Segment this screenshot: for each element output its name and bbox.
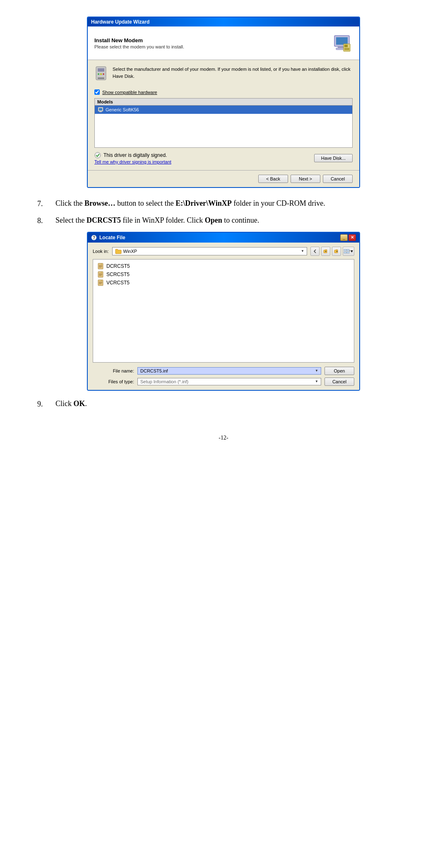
lookin-label: Look in:	[93, 249, 109, 254]
filename-label: File name:	[93, 368, 134, 373]
svg-rect-6	[344, 48, 349, 49]
lookin-combo[interactable]: WinXP ▼	[112, 247, 307, 255]
locate-fields: File name: DCRCST5.inf ▼ Open Files of t…	[93, 367, 354, 386]
question-icon: ?	[91, 235, 97, 240]
step8-number: 8.	[37, 215, 52, 227]
step7-bold2: E:\Driver\WinXP	[175, 199, 232, 207]
hwwiz-driver-info-row: This driver is digitally signed.	[94, 152, 167, 159]
step7-bold: Browse…	[84, 199, 115, 207]
svg-rect-34	[99, 282, 102, 282]
step7-text-post: folder in your CD-ROM drive.	[232, 199, 325, 207]
step8-text: Select the DCRCST5 file in WinXP folder.…	[55, 215, 259, 227]
hwwiz-info-row: Select the manufacturer and model of you…	[94, 66, 353, 84]
file-icon-vcrcst5	[97, 279, 104, 286]
new-folder-icon: +	[334, 249, 339, 254]
new-folder-button[interactable]: +	[332, 247, 341, 256]
view-dropdown-icon: ▼	[350, 249, 354, 253]
show-compatible-hardware-row[interactable]: Show compatible hardware	[94, 89, 353, 95]
svg-rect-36	[99, 284, 101, 284]
driver-signing-link[interactable]: Tell me why driver signing is important	[94, 159, 171, 164]
step8-bold2: Open	[205, 216, 222, 224]
step8-text-mid: file in WinXP folder. Click	[121, 216, 205, 224]
file-icon-dcrcst5	[97, 263, 104, 269]
filename-input-combo[interactable]: DCRCST5.inf ▼	[137, 367, 321, 375]
locate-cancel-button[interactable]: Cancel	[324, 377, 354, 386]
svg-text:?: ?	[93, 236, 95, 240]
hwwiz-header-title: Install New Modem	[94, 37, 184, 43]
step7-number: 7.	[37, 198, 52, 210]
svg-rect-28	[99, 267, 101, 267]
svg-rect-26	[99, 265, 102, 266]
folder-icon	[115, 248, 122, 254]
step9-number: 9.	[37, 398, 52, 410]
view-options-button[interactable]: ▼	[343, 247, 354, 256]
models-list-item-label: Generic SoftK56	[106, 107, 139, 112]
svg-rect-16	[99, 111, 102, 112]
next-button[interactable]: Next >	[291, 175, 320, 183]
step8-bold: DCRCST5	[87, 216, 121, 224]
hwwiz-content: Select the manufacturer and model of you…	[88, 60, 359, 170]
filename-combo-arrow: ▼	[315, 369, 318, 373]
driver-signed-text: This driver is digitally signed.	[103, 152, 167, 158]
back-icon-button[interactable]	[310, 247, 320, 256]
locate-files-area[interactable]: DCRCST5 SCRCST5	[93, 259, 354, 363]
file-item-scrcst5-label: SCRCST5	[106, 272, 130, 277]
locate-title: Locate File	[99, 235, 125, 240]
hwwiz-header-text: Install New Modem Please select the mode…	[94, 37, 184, 49]
filetype-combo-arrow: ▼	[315, 380, 318, 383]
file-item-vcrcst5[interactable]: VCRCST5	[96, 279, 351, 287]
have-disk-button[interactable]: Have Disk...	[314, 154, 353, 162]
models-list-header: Models	[95, 99, 352, 106]
svg-rect-13	[98, 77, 104, 79]
file-item-scrcst5[interactable]: SCRCST5	[96, 270, 351, 279]
hwwiz-footer-row: This driver is digitally signed. Tell me…	[94, 152, 353, 164]
show-compatible-hardware-checkbox[interactable]	[94, 89, 100, 95]
close-button[interactable]: ✕	[348, 234, 356, 241]
step9-text: Click OK.	[55, 398, 87, 410]
svg-rect-5	[344, 45, 348, 47]
step7-row: 7. Click the Browse… button to select th…	[37, 198, 410, 210]
svg-rect-21	[344, 249, 346, 251]
back-arrow-icon	[312, 249, 317, 254]
svg-rect-31	[99, 274, 102, 275]
page-number: -12-	[25, 435, 422, 441]
svg-point-17	[95, 152, 101, 158]
driver-signed-icon	[94, 152, 101, 159]
filetype-combo[interactable]: Setup Information (*.inf) ▼	[137, 378, 321, 385]
models-list[interactable]: Models Generic SoftK56	[94, 98, 353, 148]
svg-rect-27	[99, 266, 102, 267]
file-item-vcrcst5-label: VCRCST5	[106, 280, 130, 286]
file-item-dcrcst5[interactable]: DCRCST5	[96, 262, 351, 270]
svg-rect-22	[347, 249, 349, 251]
step9-text-pre: Click	[55, 399, 74, 408]
back-button[interactable]: < Back	[258, 175, 288, 183]
hwwiz-driver-info: This driver is digitally signed. Tell me…	[94, 152, 171, 164]
step9-instructions: 9. Click OK.	[37, 398, 410, 410]
hwwiz-header-icon	[331, 32, 353, 54]
svg-rect-32	[99, 275, 101, 276]
hwwiz-header-subtitle: Please select the modem you want to inst…	[94, 44, 184, 49]
hwwiz-buttons-row: < Back Next > Cancel	[88, 170, 359, 187]
locate-titlebar-left: ? Locate File	[91, 235, 125, 240]
lookin-dropdown-arrow: ▼	[301, 249, 304, 253]
models-list-item[interactable]: Generic SoftK56	[95, 106, 352, 114]
minimize-button[interactable]: _	[340, 234, 348, 241]
lookin-value: WinXP	[123, 249, 137, 254]
cancel-button[interactable]: Cancel	[323, 175, 353, 183]
file-icon-scrcst5	[97, 271, 104, 278]
svg-rect-24	[347, 252, 349, 253]
step9-text-post: .	[85, 399, 87, 408]
up-folder-button[interactable]	[321, 247, 330, 256]
open-button[interactable]: Open	[324, 367, 354, 375]
locate-toolbar: Look in: WinXP ▼	[93, 247, 354, 256]
hwwiz-info-text: Select the manufacturer and model of you…	[113, 66, 353, 79]
view-options-icon	[344, 249, 350, 254]
step7-text: Click the Browse… button to select the E…	[55, 198, 325, 210]
hwwiz-title: Hardware Update Wizard	[91, 19, 149, 25]
step7-text-pre: Click the	[55, 199, 84, 207]
svg-point-12	[103, 73, 104, 75]
svg-rect-35	[99, 283, 102, 283]
locate-body: Look in: WinXP ▼	[88, 243, 359, 390]
file-item-dcrcst5-label: DCRCST5	[106, 263, 130, 269]
hardware-update-wizard-dialog: Hardware Update Wizard Install New Modem…	[87, 17, 360, 188]
